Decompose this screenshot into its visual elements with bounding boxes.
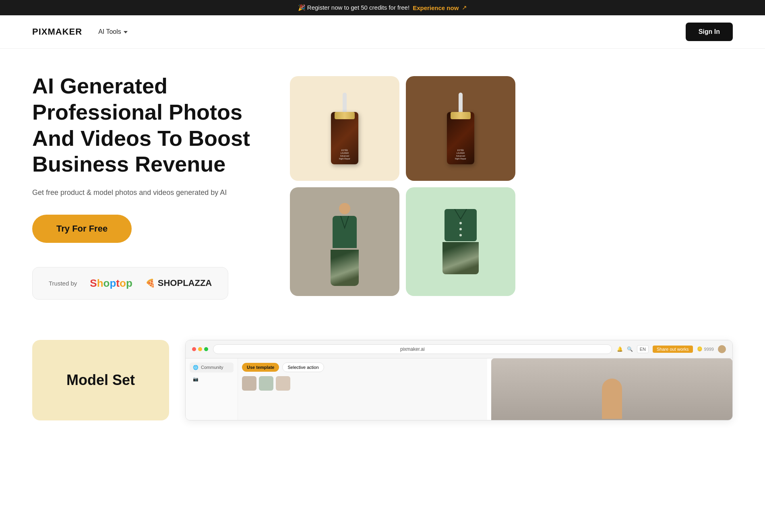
bottle-label-2: ESTÉELAUDERAdvancedNight Repair <box>455 149 466 160</box>
try-for-free-button[interactable]: Try For Free <box>32 215 132 243</box>
main-preview-area <box>491 358 732 420</box>
avatar[interactable] <box>718 345 726 353</box>
sign-in-button[interactable]: Sign In <box>686 23 733 41</box>
svg-point-0 <box>459 222 462 224</box>
sidebar-item-community[interactable]: 🌐 Community <box>190 362 234 373</box>
logo[interactable]: PIXMAKER <box>32 27 82 37</box>
model-body <box>333 216 357 248</box>
sidebar-mini: 🌐 Community 📷 <box>186 358 238 420</box>
svg-point-1 <box>459 228 462 230</box>
model-image <box>290 187 399 296</box>
credits-badge: 🪙 9999 <box>697 346 714 352</box>
coin-icon: 🪙 <box>697 346 703 352</box>
use-template-button[interactable]: Use template <box>242 363 279 372</box>
nav-left: PIXMAKER AI Tools <box>32 27 128 37</box>
hero-title: AI Generated Professional Photos And Vid… <box>32 73 266 177</box>
url-bar[interactable]: pixmaker.ai <box>213 344 612 354</box>
selective-action-button[interactable]: Selective action <box>282 362 324 372</box>
trusted-by-box: Trusted by Shoptop 🍕 SHOPLAZZA <box>32 267 228 300</box>
chevron-down-icon <box>124 31 128 33</box>
preview-model-figure <box>602 379 622 419</box>
community-icon: 🌐 <box>193 365 198 370</box>
bottle-body-2: ESTÉELAUDERAdvancedNight Repair <box>447 112 474 164</box>
flatlay-image <box>406 187 515 296</box>
trusted-label: Trusted by <box>49 280 77 287</box>
thumbnail-2[interactable] <box>259 376 273 391</box>
body-detail-svg <box>333 216 357 248</box>
bottle-illustration-2: ESTÉELAUDERAdvancedNight Repair <box>447 93 474 164</box>
bottle-cap <box>335 112 355 119</box>
browser-bar: pixmaker.ai 🔔 🔍 EN Share out works 🪙 999… <box>186 340 732 358</box>
bottle-illustration-1: ESTÉELAUDERAdvancedNight Repair <box>331 93 358 164</box>
bottle-cap-2 <box>451 112 471 119</box>
shirt-figure <box>442 209 479 274</box>
product-image-beige: ESTÉELAUDERAdvancedNight Repair <box>290 76 399 181</box>
bottle-label: ESTÉELAUDERAdvancedNight Repair <box>339 149 350 160</box>
model-skirt <box>331 250 359 286</box>
hero-image-grid: ESTÉELAUDERAdvancedNight Repair ESTÉELAU… <box>290 76 515 296</box>
thumbnail-1[interactable] <box>242 376 256 391</box>
sidebar-icon-2: 📷 <box>193 377 198 382</box>
product-image-brown: ESTÉELAUDERAdvancedNight Repair <box>406 76 515 181</box>
shoplazza-icon: 🍕 <box>145 278 155 288</box>
hero-left: AI Generated Professional Photos And Vid… <box>32 73 266 300</box>
thumbnail-grid <box>242 376 483 391</box>
bottom-section: Model Set pixmaker.ai 🔔 🔍 EN Share out w… <box>0 324 765 437</box>
content-area: Use template Selective action <box>238 358 487 420</box>
hero-subtitle: Get free product & model photos and vide… <box>32 187 266 199</box>
navbar: PIXMAKER AI Tools Sign In <box>0 15 765 49</box>
shirt-skirt <box>442 242 479 274</box>
shoptop-logo: Shoptop <box>90 277 132 290</box>
bottle-body: ESTÉELAUDERAdvancedNight Repair <box>331 112 358 164</box>
ai-tools-dropdown[interactable]: AI Tools <box>98 28 128 35</box>
minimize-dot <box>198 347 202 351</box>
model-set-card: Model Set <box>32 340 169 420</box>
window-controls <box>192 347 208 351</box>
maximize-dot <box>204 347 208 351</box>
credits-value: 9999 <box>704 347 714 352</box>
dropper <box>343 93 347 113</box>
hero-section: AI Generated Professional Photos And Vid… <box>0 49 765 324</box>
template-bar: Use template Selective action <box>242 362 483 372</box>
top-bar-icons: 🔔 🔍 EN Share out works 🪙 9999 <box>617 345 726 353</box>
shoplazza-logo: 🍕 SHOPLAZZA <box>145 278 212 288</box>
svg-point-2 <box>459 234 462 236</box>
bell-icon: 🔔 <box>617 346 623 352</box>
sidebar-item-2[interactable]: 📷 <box>190 374 234 384</box>
experience-link[interactable]: Experience now <box>413 4 459 11</box>
shirt-top <box>445 209 477 241</box>
browser-mockup: pixmaker.ai 🔔 🔍 EN Share out works 🪙 999… <box>185 340 733 420</box>
browser-content: 🌐 Community 📷 Use template Selective act… <box>186 358 732 420</box>
shirt-detail-svg <box>445 209 477 241</box>
model-head <box>339 203 350 214</box>
preview-content <box>491 358 732 420</box>
banner-text: 🎉 Register now to get 50 credits for fre… <box>298 4 409 11</box>
share-button[interactable]: Share out works <box>653 346 693 353</box>
search-icon: 🔍 <box>627 346 633 352</box>
top-banner: 🎉 Register now to get 50 credits for fre… <box>0 0 765 15</box>
close-dot <box>192 347 196 351</box>
model-set-title: Model Set <box>66 372 135 389</box>
language-selector[interactable]: EN <box>637 345 649 353</box>
arrow-icon: ↗ <box>462 4 467 11</box>
thumbnail-3[interactable] <box>276 376 290 391</box>
dropper-2 <box>459 93 463 113</box>
model-figure <box>331 197 359 286</box>
